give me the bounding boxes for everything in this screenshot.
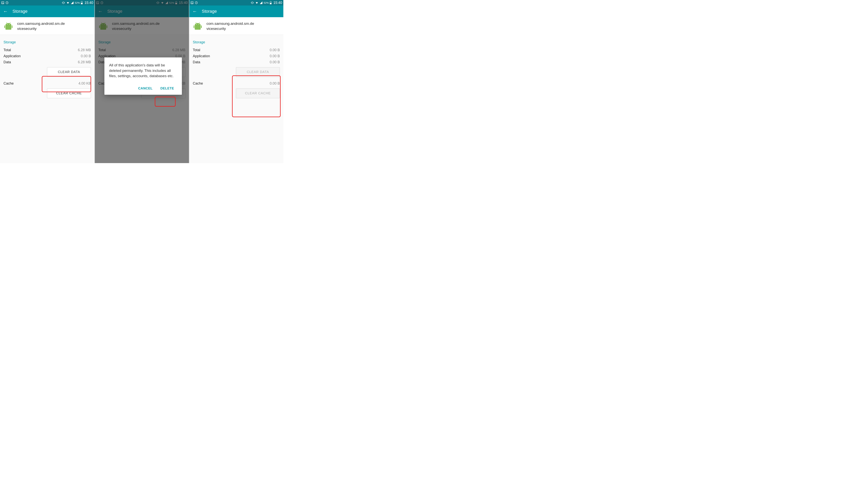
app-bar: ← Storage: [189, 5, 283, 17]
cache-row: Cache 4.00 KB: [0, 80, 94, 87]
data-value: 0.00 B: [270, 60, 280, 64]
storage-section-label: Storage: [189, 35, 283, 47]
svg-rect-27: [193, 25, 195, 28]
app-package-name: com.samsung.android.sm.de vicesecurity: [207, 21, 254, 31]
application-row: Application 0.00 B: [189, 53, 283, 59]
back-arrow-icon[interactable]: ←: [3, 9, 8, 14]
status-bar: 52% 15:40: [189, 0, 283, 5]
data-value: 6.28 MB: [78, 60, 91, 64]
battery-percent: 52%: [75, 1, 80, 4]
clear-data-button: CLEAR DATA: [236, 67, 280, 77]
application-row: Application 0.00 B: [0, 53, 94, 59]
data-row: Data 6.28 MB: [0, 59, 94, 65]
svg-rect-3: [81, 1, 82, 2]
svg-rect-4: [81, 3, 83, 4]
svg-rect-26: [270, 3, 271, 4]
signal-icon: [71, 1, 74, 4]
status-bar: 52% 15:40: [0, 0, 94, 5]
total-value: 0.00 B: [270, 48, 280, 52]
vibrate-icon: [250, 1, 254, 4]
cache-value: 0.00 B: [270, 81, 280, 86]
phone-screen-1: 52% 15:40 ← Storage com.samsung.android.…: [0, 0, 94, 163]
svg-rect-6: [12, 25, 12, 28]
app-bar: ← Storage: [0, 5, 94, 17]
vibrate-icon: [62, 1, 65, 4]
confirm-delete-dialog: All of this application's data will be d…: [104, 57, 182, 95]
battery-icon: [81, 1, 83, 4]
clear-cache-button[interactable]: CLEAR CACHE: [47, 89, 91, 98]
svg-point-30: [199, 24, 199, 24]
application-value: 0.00 B: [270, 54, 280, 58]
battery-percent: 52%: [263, 1, 269, 4]
battery-icon: [270, 1, 272, 4]
sync-icon: [195, 1, 198, 4]
android-app-icon: [193, 22, 202, 30]
total-row: Total 6.28 MB: [0, 47, 94, 53]
image-icon: [190, 1, 193, 4]
svg-point-29: [196, 24, 197, 24]
page-title: Storage: [202, 9, 217, 14]
svg-point-7: [7, 24, 8, 24]
svg-line-31: [196, 22, 196, 23]
total-row: Total 0.00 B: [189, 47, 283, 53]
svg-rect-28: [201, 25, 202, 28]
svg-rect-22: [191, 2, 193, 4]
status-time: 15:40: [273, 1, 282, 5]
phone-screen-3: 52% 15:40 ← Storage com.samsung.android.…: [189, 0, 283, 163]
svg-line-32: [199, 22, 200, 23]
sync-icon: [5, 1, 9, 4]
clear-cache-button: CLEAR CACHE: [236, 89, 280, 98]
signal-icon: [259, 1, 263, 4]
svg-rect-0: [2, 2, 4, 4]
app-header: com.samsung.android.sm.de vicesecurity: [189, 17, 283, 35]
wifi-icon: [66, 1, 70, 4]
image-icon: [1, 1, 4, 4]
back-arrow-icon[interactable]: ←: [192, 9, 197, 14]
status-time: 15:40: [84, 1, 93, 5]
app-package-name: com.samsung.android.sm.de vicesecurity: [17, 21, 65, 31]
data-row: Data 0.00 B: [189, 59, 283, 65]
storage-section-label: Storage: [0, 35, 94, 47]
delete-button[interactable]: DELETE: [157, 84, 177, 93]
total-value: 6.28 MB: [78, 48, 91, 52]
cancel-button[interactable]: CANCEL: [135, 84, 156, 93]
dialog-message: All of this application's data will be d…: [109, 62, 177, 79]
clear-data-button[interactable]: CLEAR DATA: [47, 67, 91, 77]
svg-rect-5: [4, 25, 5, 28]
svg-point-8: [9, 24, 10, 24]
svg-rect-25: [270, 1, 271, 2]
android-app-icon: [3, 22, 13, 30]
wifi-icon: [255, 1, 259, 4]
svg-line-9: [7, 22, 7, 23]
page-title: Storage: [12, 9, 27, 14]
application-value: 0.00 B: [81, 54, 91, 58]
phone-screen-2: 52% 15:40 ← Storage com.samsung.android.…: [94, 0, 189, 163]
svg-line-10: [10, 22, 10, 23]
cache-value: 4.00 KB: [79, 81, 91, 86]
app-header: com.samsung.android.sm.de vicesecurity: [0, 17, 94, 35]
cache-row: Cache 0.00 B: [189, 80, 283, 87]
